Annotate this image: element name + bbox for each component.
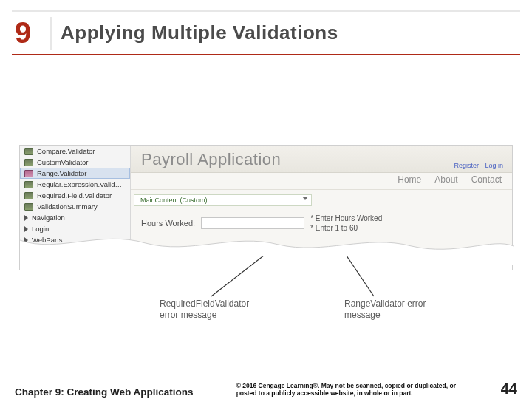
content-tag-label: MainContent (Custom)	[140, 197, 208, 204]
toolbox-group-label: Navigation	[32, 214, 65, 222]
app-header: Payroll Application Register Log in	[131, 146, 512, 173]
slide-title: Applying Multiple Validations	[61, 21, 338, 44]
nav-row: Home About Contact	[131, 173, 512, 190]
toolbox-item: Compare.Validator	[20, 146, 130, 157]
svg-line-1	[330, 256, 374, 296]
toolbox-item: Regular.Expression.Valid…	[20, 179, 130, 190]
toolbox-item-label: ValidationSummary	[37, 202, 98, 211]
link-register: Register	[454, 162, 479, 169]
toolbox-item: ValidationSummary	[20, 201, 130, 212]
toolbox-group-label: Login	[32, 225, 49, 233]
toolbox-item-label: CustomValidator	[37, 158, 89, 166]
content-placeholder-tag: MainContent (Custom)	[134, 194, 312, 206]
designer-screenshot: Compare.Validator CustomValidator Range.…	[19, 145, 513, 270]
chapter-number: 9	[12, 16, 47, 50]
form-row: Hours Worked: * Enter Hours Worked * Ent…	[131, 206, 512, 240]
required-message: * Enter Hours Worked	[310, 214, 382, 223]
toolbox-item-label: Required.Field.Validator	[37, 191, 112, 200]
callout-required: RequiredFieldValidatorerror message	[160, 299, 249, 321]
title-bar: 9 Applying Multiple Validations	[12, 10, 520, 55]
toolbox-group: Login	[20, 223, 130, 234]
validator-toolbox: Compare.Validator CustomValidator Range.…	[20, 146, 131, 249]
auth-links: Register Log in	[449, 162, 503, 169]
hours-input	[201, 217, 304, 229]
design-preview: Payroll Application Register Log in Home…	[131, 146, 512, 249]
nav-home: Home	[398, 174, 421, 185]
slide-footer: Chapter 9: Creating Web Applications © 2…	[15, 381, 517, 398]
toolbox-item-label: Regular.Expression.Valid…	[37, 180, 122, 188]
toolbox-group: WebParts	[20, 234, 130, 245]
toolbox-item-selected: Range.Validator	[20, 168, 130, 179]
nav-about: About	[434, 174, 457, 185]
toolbox-item-label: Range.Validator	[37, 169, 86, 177]
page-number: 44	[501, 381, 517, 398]
validation-messages: * Enter Hours Worked * Enter 1 to 60	[310, 214, 382, 233]
toolbox-item-label: Compare.Validator	[37, 147, 95, 155]
app-title: Payroll Application	[141, 150, 281, 169]
toolbox-item: Required.Field.Validator	[20, 190, 130, 201]
title-divider	[50, 17, 52, 50]
form-label: Hours Worked:	[141, 219, 195, 228]
chevron-down-icon	[302, 197, 308, 200]
callouts: RequiredFieldValidatorerror message Rang…	[19, 256, 513, 344]
toolbox-group-label: WebParts	[32, 236, 63, 244]
toolbox-item: CustomValidator	[20, 157, 130, 168]
callout-range: RangeValidator errormessage	[344, 299, 426, 321]
toolbox-group: Navigation	[20, 212, 130, 223]
link-login: Log in	[485, 162, 503, 169]
nav-contact: Contact	[471, 174, 502, 185]
chapter-line: Chapter 9: Creating Web Applications	[15, 386, 194, 398]
range-message: * Enter 1 to 60	[310, 223, 382, 233]
copyright: © 2016 Cengage Learning®. May not be sca…	[236, 382, 458, 398]
svg-line-0	[211, 256, 307, 296]
